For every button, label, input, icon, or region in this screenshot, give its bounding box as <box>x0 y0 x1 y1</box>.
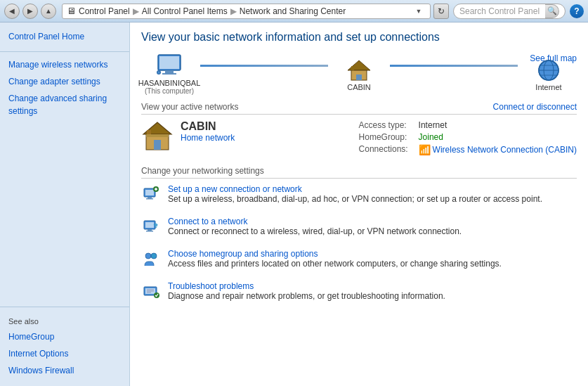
homegroup-value[interactable]: Joined <box>419 132 443 142</box>
setup-desc: Set up a wireless, broadband, dial-up, a… <box>168 194 542 204</box>
sidebar-item-home[interactable]: Control Panel Home <box>0 30 129 47</box>
connect-icon-svg <box>143 218 159 235</box>
sep2: ▶ <box>230 6 237 16</box>
refresh-button[interactable]: ↻ <box>433 4 449 19</box>
sidebar-divider-1 <box>0 51 129 52</box>
page-title: View your basic network information and … <box>141 31 577 44</box>
connect-desc: Connect or reconnect to a wireless, wire… <box>168 226 462 236</box>
map-internet: Internet <box>521 58 577 91</box>
setup-text: Set up a new connection or network Set u… <box>168 184 577 204</box>
connect-text: Connect to a network Connect or reconnec… <box>168 217 577 236</box>
sidebar-item-manage-wireless[interactable]: Manage wireless networks <box>0 56 129 73</box>
internet-icon <box>535 58 563 83</box>
svg-rect-8 <box>356 75 362 80</box>
access-type-label: Access type: <box>359 120 419 130</box>
map-router: CABIN <box>331 58 387 91</box>
network-house-icon <box>141 120 174 151</box>
svg-point-33 <box>145 253 151 259</box>
svg-rect-31 <box>146 231 153 232</box>
address-dropdown[interactable]: ▼ <box>412 4 426 18</box>
setup-title[interactable]: Set up a new connection or network <box>168 184 577 194</box>
setting-item-homegroup: Choose homegroup and sharing options Acc… <box>141 249 577 271</box>
connections-link[interactable]: Wireless Network Connection (CABIN) <box>433 145 577 155</box>
wifi-icon: 📶 <box>419 144 431 155</box>
troubleshoot-icon <box>141 283 161 304</box>
search-icon[interactable]: 🔍 <box>545 4 559 18</box>
sep1: ▶ <box>133 6 139 16</box>
sidebar-item-homegroup[interactable]: HomeGroup <box>0 328 129 345</box>
troubleshoot-title[interactable]: Troubleshoot problems <box>168 281 577 291</box>
connect-icon <box>141 218 161 239</box>
active-networks-section: View your active networks Connect or dis… <box>141 102 577 157</box>
sidebar-item-internet-options[interactable]: Internet Options <box>0 345 129 362</box>
titlebar: ◀ ▶ ▲ 🖥 HASANBINIQBAL Control Panel ▶ Al… <box>0 0 588 22</box>
svg-rect-30 <box>148 229 152 231</box>
homegroup-label: HomeGroup: <box>359 132 419 142</box>
search-bar[interactable]: Search Control Panel 🔍 <box>453 4 566 19</box>
computer-sublabel: (This computer) <box>145 87 194 95</box>
connections-label: Connections: <box>359 144 419 155</box>
see-also-label: See also <box>0 311 129 328</box>
map-line-2 <box>390 65 518 67</box>
network-details: Access type: Internet HomeGroup: Joined … <box>359 120 577 157</box>
network-map: HASANBINIQBAL (This computer) CABIN <box>141 53 577 95</box>
sidebar-divider-2 <box>0 307 129 307</box>
active-networks-header: View your active networks Connect or dis… <box>141 102 577 115</box>
breadcrumb-all: All Control Panel Items <box>142 6 228 16</box>
setup-icon <box>141 186 161 207</box>
svg-rect-23 <box>148 197 152 198</box>
computer-label: HASANBINIQBAL <box>138 79 201 87</box>
networking-settings-header: Change your networking settings <box>141 166 577 179</box>
breadcrumb-cp: Control Panel <box>79 6 130 16</box>
svg-rect-2 <box>165 70 174 73</box>
homegroup-icon-svg <box>143 250 159 267</box>
svg-rect-22 <box>145 190 154 195</box>
svg-rect-29 <box>145 222 154 228</box>
access-type-row: Access type: Internet <box>359 120 577 130</box>
svg-point-34 <box>151 253 157 259</box>
active-network-row: CABIN Home network Access type: Internet… <box>141 120 577 157</box>
connections-row: Connections: 📶 Wireless Network Connecti… <box>359 144 577 155</box>
network-type-link[interactable]: Home network <box>181 133 235 143</box>
router-label: CABIN <box>347 83 371 91</box>
sidebar: Control Panel Home Manage wireless netwo… <box>0 22 130 386</box>
troubleshoot-text: Troubleshoot problems Diagnose and repai… <box>168 281 577 301</box>
help-button[interactable]: ? <box>570 4 584 18</box>
map-line-1 <box>200 65 328 67</box>
svg-point-5 <box>158 72 160 74</box>
computer-icon <box>155 53 183 79</box>
main-layout: Control Panel Home Manage wireless netwo… <box>0 22 588 386</box>
svg-rect-18 <box>154 140 161 150</box>
sidebar-item-change-adapter[interactable]: Change adapter settings <box>0 73 129 90</box>
back-button[interactable]: ◀ <box>4 4 20 19</box>
homegroup-row: HomeGroup: Joined <box>359 132 577 142</box>
network-map-container: See full map HASANBINIQBAL (This compute… <box>141 53 577 95</box>
content-area: View your basic network information and … <box>130 22 588 386</box>
setting-item-setup: Set up a new connection or network Set u… <box>141 184 577 207</box>
homegroup-sharing-desc: Access files and printers located on oth… <box>168 259 502 269</box>
forward-button[interactable]: ▶ <box>22 4 38 19</box>
sidebar-item-change-advanced[interactable]: Change advanced sharing settings <box>0 90 129 122</box>
sidebar-item-windows-firewall[interactable]: Windows Firewall <box>0 362 129 379</box>
svg-marker-6 <box>348 60 370 70</box>
up-button[interactable]: ▲ <box>41 4 56 19</box>
address-icon: 🖥 <box>67 6 76 16</box>
address-bar[interactable]: 🖥 HASANBINIQBAL Control Panel ▶ All Cont… <box>62 4 431 19</box>
connect-disconnect-link[interactable]: Connect or disconnect <box>493 102 577 112</box>
network-info: CABIN Home network <box>181 120 235 143</box>
homegroup-sharing-title[interactable]: Choose homegroup and sharing options <box>168 249 577 259</box>
sidebar-spacer <box>0 122 129 302</box>
map-computer: HASANBINIQBAL (This computer) <box>141 53 197 95</box>
svg-rect-24 <box>146 198 153 200</box>
setting-item-connect: Connect to a network Connect or reconnec… <box>141 217 577 239</box>
network-name: CABIN <box>181 120 235 133</box>
svg-rect-3 <box>162 73 176 75</box>
svg-rect-9 <box>351 66 354 70</box>
router-icon <box>345 58 373 83</box>
homegroup-sharing-icon <box>141 250 161 271</box>
homegroup-sharing-text: Choose homegroup and sharing options Acc… <box>168 249 577 269</box>
connect-title[interactable]: Connect to a network <box>168 217 577 226</box>
svg-rect-20 <box>146 134 169 137</box>
networking-settings-section: Change your networking settings Set <box>141 166 577 304</box>
svg-point-32 <box>155 226 157 228</box>
